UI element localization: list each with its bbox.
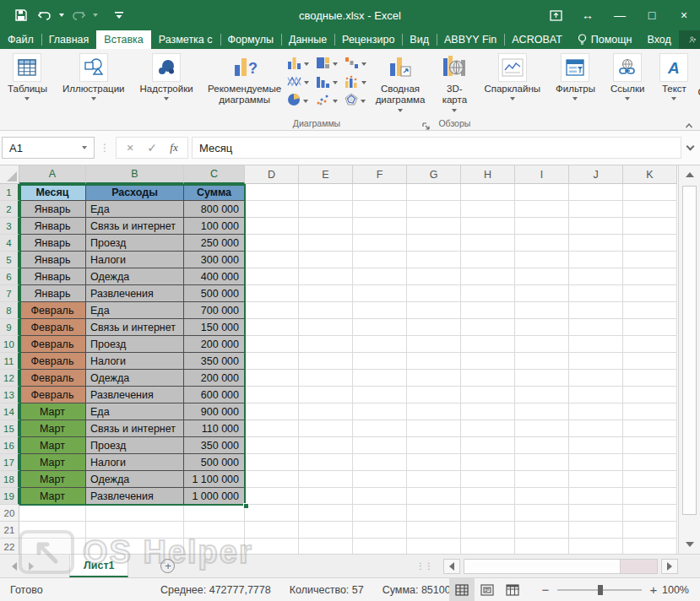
cell-G2[interactable] [407,201,461,218]
cell-A2[interactable]: Январь [19,201,86,218]
cell-J20[interactable] [569,505,623,522]
cell-I19[interactable] [515,488,569,505]
tell-me-help[interactable]: Помощн [570,30,640,49]
cell-I7[interactable] [515,285,569,302]
cell-E7[interactable] [299,285,353,302]
cell-E6[interactable] [299,268,353,285]
scroll-down-icon[interactable] [679,535,700,554]
cell-J1[interactable] [569,184,623,201]
cell-D3[interactable] [245,218,299,235]
cell-D2[interactable] [245,201,299,218]
row-header-2[interactable]: 2 [0,201,19,218]
cell-F13[interactable] [353,387,407,403]
cell-C1[interactable]: Сумма [184,184,245,201]
cell-A8[interactable]: Февраль [19,302,86,319]
scroll-right-icon[interactable] [661,559,678,574]
cell-B10[interactable]: Проезд [86,336,184,353]
cell-B4[interactable]: Проезд [86,235,184,252]
scatter-chart-button[interactable] [314,92,343,111]
cell-D5[interactable] [245,252,299,268]
cell-B8[interactable]: Еда [86,302,184,319]
cell-F14[interactable] [353,403,407,420]
sign-in-button[interactable]: Вход [639,30,678,49]
scroll-up-icon[interactable] [679,165,700,184]
row-header-6[interactable]: 6 [0,268,19,285]
cell-G18[interactable] [407,471,461,488]
row-header-18[interactable]: 18 [0,471,19,488]
menu-tab-9[interactable]: ACROBAT [504,30,570,49]
cell-H11[interactable] [461,353,515,370]
cell-K9[interactable] [623,319,677,336]
cell-K8[interactable] [623,302,677,319]
cell-E21[interactable] [299,522,353,539]
column-header-J[interactable]: J [569,165,623,184]
cell-A7[interactable]: Январь [19,285,86,302]
row-header-15[interactable]: 15 [0,420,19,437]
cell-D16[interactable] [245,437,299,454]
normal-view-icon[interactable] [449,578,475,601]
resize-icon[interactable]: ↔ [572,0,604,30]
cell-H21[interactable] [461,522,515,539]
row-header-4[interactable]: 4 [0,235,19,252]
cell-H4[interactable] [461,235,515,252]
column-header-E[interactable]: E [299,165,353,184]
cell-D19[interactable] [245,488,299,505]
cell-K5[interactable] [623,252,677,268]
sparklines-button[interactable]: Спарклайны [480,51,545,102]
zoom-in-icon[interactable]: + [648,582,659,597]
cell-H10[interactable] [461,336,515,353]
cell-I2[interactable] [515,201,569,218]
cell-J16[interactable] [569,437,623,454]
cell-K4[interactable] [623,235,677,252]
cell-D21[interactable] [245,522,299,539]
cell-E3[interactable] [299,218,353,235]
row-header-3[interactable]: 3 [0,218,19,235]
horizontal-scroll-track[interactable] [464,559,658,574]
cell-C18[interactable]: 1 100 000 [184,471,245,488]
cell-B14[interactable]: Еда [86,403,184,420]
cell-J9[interactable] [569,319,623,336]
cell-I11[interactable] [515,353,569,370]
column-header-I[interactable]: I [515,165,569,184]
cell-H8[interactable] [461,302,515,319]
cell-H16[interactable] [461,437,515,454]
histogram-chart-button[interactable] [314,73,343,92]
prev-sheet-icon[interactable] [12,562,17,571]
cell-H15[interactable] [461,420,515,437]
horizontal-scroll-thumb[interactable] [464,560,621,573]
links-button[interactable]: Ссылки [606,51,649,102]
cell-E19[interactable] [299,488,353,505]
cell-E13[interactable] [299,387,353,403]
menu-tab-8[interactable]: ABBYY Fin [437,30,504,49]
cell-H14[interactable] [461,403,515,420]
cell-A19[interactable]: Март [19,488,86,505]
sheet-tab-list1[interactable]: Лист1 [69,555,128,577]
cell-I10[interactable] [515,336,569,353]
cell-I13[interactable] [515,387,569,403]
cell-E1[interactable] [299,184,353,201]
cell-C7[interactable]: 500 000 [184,285,245,302]
cell-H18[interactable] [461,471,515,488]
cell-C14[interactable]: 900 000 [184,403,245,420]
cell-F17[interactable] [353,454,407,471]
cell-K13[interactable] [623,387,677,403]
cell-F1[interactable] [353,184,407,201]
menu-tab-7[interactable]: Вид [402,30,437,49]
column-header-F[interactable]: F [353,165,407,184]
cell-I6[interactable] [515,268,569,285]
cell-I16[interactable] [515,437,569,454]
cell-K14[interactable] [623,403,677,420]
cell-C9[interactable]: 150 000 [184,319,245,336]
cell-K20[interactable] [623,505,677,522]
cell-H20[interactable] [461,505,515,522]
cell-A1[interactable]: Месяц [19,184,86,201]
cell-C10[interactable]: 200 000 [184,336,245,353]
cell-H1[interactable] [461,184,515,201]
cell-J7[interactable] [569,285,623,302]
cell-F20[interactable] [353,505,407,522]
cell-G12[interactable] [407,370,461,387]
cell-D6[interactable] [245,268,299,285]
cell-C2[interactable]: 800 000 [184,201,245,218]
name-box[interactable]: A1 [2,137,95,159]
cell-G4[interactable] [407,235,461,252]
